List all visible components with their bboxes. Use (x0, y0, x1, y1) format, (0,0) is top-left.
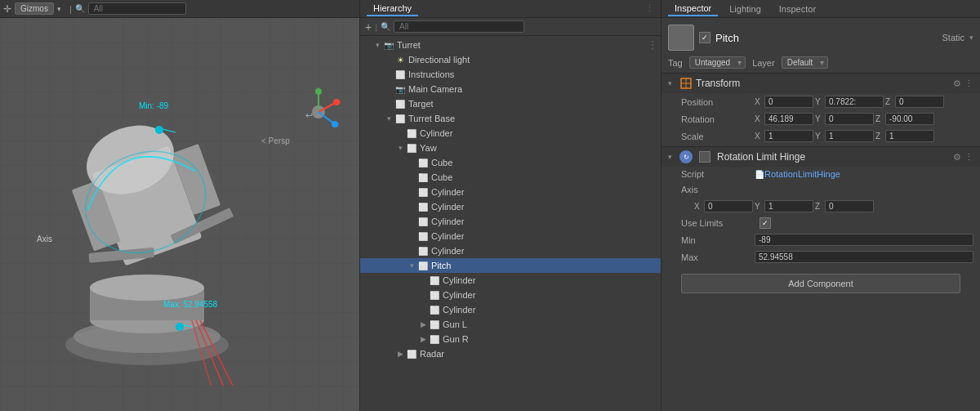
hierarchy-item-instructions[interactable]: ⬜ Instructions (360, 67, 661, 82)
hierarchy-label: Cylinder (431, 202, 464, 212)
hierarchy-item-turret-base[interactable]: ▾ ⬜ Turret Base (360, 111, 661, 126)
transform-header[interactable]: ▾ Transform ⚙ ⋮ (662, 74, 980, 93)
max-value-input[interactable] (755, 251, 973, 263)
min-row: Min (662, 231, 980, 248)
object-icon: ⬜ (417, 172, 429, 183)
scale-y-input[interactable] (825, 130, 874, 142)
min-value-input[interactable] (755, 234, 973, 246)
axis-y-input[interactable] (764, 200, 813, 212)
rot-z-input[interactable] (885, 113, 934, 125)
persp-label: < Persp (261, 136, 290, 145)
rot-y-input[interactable] (825, 113, 874, 125)
expand-arrow: ▾ (372, 41, 383, 49)
x-axis-label: X (755, 114, 763, 123)
hierarchy-item-cylinder-5[interactable]: ⬜ Cylinder (360, 229, 661, 243)
z-axis-label: Z (875, 114, 884, 123)
tag-dropdown[interactable]: Untagged (689, 56, 746, 69)
inspector-tab-1[interactable]: Inspector (668, 2, 718, 16)
scene-canvas[interactable]: Min: -89 Max: 52.94558 Axis < Persp y x … (0, 18, 359, 411)
rlh-settings-icon[interactable]: ⚙ (953, 152, 961, 163)
hierarchy-search-input[interactable] (394, 20, 524, 33)
scene-search-input[interactable] (88, 2, 186, 15)
gizmos-button[interactable]: Gizmos (15, 2, 54, 15)
pos-y-input[interactable] (825, 96, 884, 108)
object-icon: ⬜ (406, 127, 417, 139)
transform-menu-icon[interactable]: ⋮ (964, 78, 973, 89)
axis-x-input[interactable] (704, 200, 753, 212)
pos-z-input[interactable] (895, 96, 944, 108)
object-icon: ⬜ (429, 304, 440, 315)
hierarchy-item-cylinder-4[interactable]: ⬜ Cylinder (360, 214, 661, 229)
hierarchy-item-pitch[interactable]: ▾ ⬜ Pitch (360, 258, 661, 273)
transform-actions: ⚙ ⋮ (953, 78, 973, 89)
hierarchy-item-cylinder-3[interactable]: ⬜ Cylinder (360, 199, 661, 214)
hierarchy-item-main-camera[interactable]: 📷 Main Camera (360, 82, 661, 96)
kebab-menu[interactable]: ⋮ (648, 39, 657, 51)
rotation-row: Rotation X Y Z (662, 110, 980, 127)
add-hierarchy-icon[interactable]: + (365, 20, 372, 34)
hierarchy-item-dir-light[interactable]: ☀ Directional light (360, 52, 661, 67)
pos-x-input[interactable] (764, 96, 813, 108)
transform-settings-icon[interactable]: ⚙ (953, 78, 961, 89)
use-limits-checkbox[interactable]: ✓ (760, 217, 771, 229)
rot-x-input[interactable] (764, 113, 813, 125)
axis-gizmo: y x z ↩ (294, 87, 343, 136)
scale-row: Scale X Y Z (662, 127, 980, 145)
max-label: Max: 52.94558 (163, 300, 217, 309)
hierarchy-label: Cylinder (431, 187, 464, 197)
use-limits-label: Use Limits (681, 218, 755, 228)
hierarchy-item-pitch-cyl-3[interactable]: ⬜ Cylinder (360, 302, 661, 317)
expand-arrow: ▾ (394, 144, 406, 152)
hierarchy-item-target[interactable]: ⬜ Target (360, 96, 661, 111)
hierarchy-item-yaw[interactable]: ▾ ⬜ Yaw (360, 141, 661, 155)
expand-arrow: ▾ (383, 114, 394, 123)
hierarchy-item-cylinder-6[interactable]: ⬜ Cylinder (360, 243, 661, 258)
max-row: Max (662, 248, 980, 266)
hierarchy-item-gun-l[interactable]: ▶ ⬜ Gun L (360, 317, 661, 332)
min-label: Min: -89 (139, 101, 168, 110)
x-axis-label: X (755, 97, 763, 106)
hierarchy-item-pitch-cyl-2[interactable]: ⬜ Cylinder (360, 288, 661, 302)
z-axis-label: Z (885, 97, 893, 106)
hierarchy-label: Gun L (443, 319, 467, 329)
layer-dropdown[interactable]: Default (782, 56, 829, 69)
object-icon: ⬜ (429, 319, 440, 330)
hierarchy-tab[interactable]: Hierarchy (367, 2, 418, 16)
add-component-button[interactable]: Add Component (681, 274, 960, 293)
svg-point-20 (176, 323, 184, 331)
hierarchy-item-radar[interactable]: ▶ ⬜ Radar (360, 346, 661, 361)
static-arrow-icon[interactable]: ▾ (969, 34, 973, 42)
hierarchy-item-cylinder-2[interactable]: ⬜ Cylinder (360, 185, 661, 199)
inspector-tab-2[interactable]: Inspector (773, 2, 822, 16)
hierarchy-item-cylinder-1[interactable]: ⬜ Cylinder (360, 126, 661, 141)
search-icon: 🔍 (75, 4, 85, 13)
rlh-header[interactable]: ▾ ↻ Rotation Limit Hinge ⚙ ⋮ (662, 147, 980, 167)
scale-z-input[interactable] (885, 130, 934, 142)
pos-x-group: X (755, 96, 813, 108)
max-prop-label: Max (681, 252, 755, 262)
axis-fields: X Y Z (694, 200, 973, 212)
hierarchy-item-gun-r[interactable]: ▶ ⬜ Gun R (360, 332, 661, 346)
hierarchy-item-cube-2[interactable]: ⬜ Cube (360, 170, 661, 185)
lighting-tab[interactable]: Lighting (723, 2, 768, 16)
hierarchy-label: Cube (431, 158, 452, 168)
axis-prop-label: Axis (681, 185, 755, 194)
scale-x-input[interactable] (764, 130, 813, 142)
active-checkbox[interactable]: ✓ (699, 32, 710, 43)
axis-label: Axis (37, 235, 52, 243)
hierarchy-label: Target (408, 99, 434, 109)
hierarchy-label: Pitch (431, 261, 451, 270)
rlh-menu-icon[interactable]: ⋮ (964, 152, 973, 163)
hierarchy-label: Cylinder (443, 305, 475, 315)
hierarchy-item-pitch-cyl-1[interactable]: ⬜ Cylinder (360, 273, 661, 288)
collapse-arrow: ▶ (417, 320, 429, 328)
collapse-arrow: ▶ (394, 350, 406, 358)
object-header: ✓ Pitch Static ▾ (662, 21, 980, 54)
axis-z-input[interactable] (825, 200, 874, 212)
gizmos-dropdown-icon[interactable]: ▾ (57, 5, 61, 13)
axis-y-group: Y (755, 200, 813, 212)
hierarchy-item-cube-1[interactable]: ⬜ Cube (360, 155, 661, 170)
rlh-active-checkbox[interactable] (699, 151, 710, 163)
rotation-limit-hinge-component: ▾ ↻ Rotation Limit Hinge ⚙ ⋮ Script 📄 Ro… (662, 146, 980, 266)
hierarchy-item-turret[interactable]: ▾ 📷 Turret ⋮ (360, 38, 661, 52)
